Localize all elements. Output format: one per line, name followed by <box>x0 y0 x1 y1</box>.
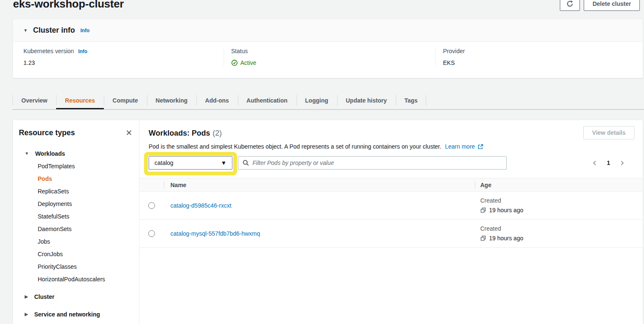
cluster-tabs: Overview Resources Compute Networking Ad… <box>13 91 644 110</box>
age-value-text: 19 hours ago <box>489 207 523 213</box>
status-label: Status <box>231 48 248 54</box>
eks-console-screen: eks-workshop-cluster Delete cluster ▼ Cl… <box>0 0 644 324</box>
sidebar-close-button[interactable] <box>124 128 134 138</box>
row-radio-button[interactable] <box>148 230 155 237</box>
name-column-header: Name <box>164 182 475 188</box>
search-icon <box>242 159 249 166</box>
table-header-row: Name Age <box>139 178 643 192</box>
page-actions: Delete cluster <box>560 0 640 11</box>
resources-card: Resource types ▼ Workloads PodTemplates … <box>13 120 643 324</box>
namespace-filter-value: catalog <box>155 159 173 166</box>
resource-types-sidebar: Resource types ▼ Workloads PodTemplates … <box>13 120 139 324</box>
tab-add-ons[interactable]: Add-ons <box>196 91 238 109</box>
table-row: catalog-mysql-557fdb7bd6-hwxmq Created <box>139 220 643 248</box>
pods-panel: Workloads: Pods (2) View details Pod is … <box>139 120 643 324</box>
sidebar-group-service-networking[interactable]: ▶ Service and networking <box>19 311 134 318</box>
pagination: 1 <box>592 159 625 166</box>
kubernetes-version-info-link[interactable]: Info <box>78 49 88 54</box>
kubernetes-version-value: 1.23 <box>23 59 224 66</box>
copy-button[interactable] <box>480 207 486 213</box>
age-created-label: Created <box>480 225 643 232</box>
workloads-items: PodTemplates Pods ReplicaSets Deployment… <box>19 163 134 283</box>
status-field: Status Active <box>224 48 435 66</box>
close-icon <box>126 129 132 136</box>
sidebar-item-pods[interactable]: Pods <box>38 175 134 182</box>
tab-networking[interactable]: Networking <box>147 91 196 109</box>
tab-logging[interactable]: Logging <box>296 91 337 109</box>
status-active-icon <box>231 59 238 66</box>
tab-update-history[interactable]: Update history <box>337 91 396 109</box>
sidebar-item-priorityclasses[interactable]: PriorityClasses <box>38 263 134 270</box>
sidebar-group-cluster-label: Cluster <box>34 293 54 300</box>
provider-value: EKS <box>443 59 643 66</box>
current-page-number[interactable]: 1 <box>607 159 610 166</box>
provider-field: Provider EKS <box>435 48 643 66</box>
sidebar-item-cronjobs[interactable]: CronJobs <box>38 251 134 257</box>
caret-down-icon: ▼ <box>221 159 227 166</box>
refresh-button[interactable] <box>560 0 580 11</box>
sidebar-group-cluster[interactable]: ▶ Cluster <box>19 293 134 300</box>
pods-panel-title: Workloads: Pods <box>149 129 210 138</box>
sidebar-group-workloads-label: Workloads <box>35 150 65 157</box>
pods-count: (2) <box>213 129 222 138</box>
triangle-right-icon: ▶ <box>25 295 28 299</box>
kubernetes-version-label: Kubernetes version <box>23 48 74 54</box>
learn-more-link[interactable]: Learn more <box>445 143 475 150</box>
sidebar-item-jobs[interactable]: Jobs <box>38 238 134 245</box>
copy-icon <box>480 235 486 241</box>
pod-name-link[interactable]: catalog-mysql-557fdb7bd6-hwxmq <box>170 230 260 237</box>
sidebar-item-podtemplates[interactable]: PodTemplates <box>38 163 134 170</box>
cluster-info-header[interactable]: ▼ Cluster info Info <box>13 19 643 42</box>
filter-row: catalog ▼ <box>149 156 634 170</box>
view-details-button[interactable]: View details <box>583 126 634 139</box>
tab-overview[interactable]: Overview <box>13 91 56 109</box>
triangle-right-icon: ▶ <box>25 312 28 316</box>
namespace-filter-dropdown[interactable]: catalog ▼ <box>149 156 232 170</box>
tab-authentication[interactable]: Authentication <box>238 91 296 109</box>
refresh-icon <box>566 0 574 8</box>
sidebar-item-replicasets[interactable]: ReplicaSets <box>38 188 134 195</box>
age-value-text: 19 hours ago <box>489 235 523 242</box>
age-column-header: Age <box>475 182 643 188</box>
pods-table: Name Age catalog-d5985c46-rxcxt Created <box>139 178 643 248</box>
collapse-triangle-icon: ▼ <box>23 28 28 33</box>
kubernetes-version-field: Kubernetes version Info 1.23 <box>13 48 224 66</box>
sidebar-item-horizontalpodautoscalers[interactable]: HorizontalPodAutoscalers <box>38 276 134 283</box>
provider-label: Provider <box>443 48 465 54</box>
sidebar-item-daemonsets[interactable]: DaemonSets <box>38 226 134 232</box>
row-radio-button[interactable] <box>148 202 155 209</box>
copy-icon <box>480 207 486 213</box>
tab-tags[interactable]: Tags <box>396 91 427 109</box>
pods-description: Pod is the smallest and simplest Kuberne… <box>149 143 634 151</box>
tab-compute[interactable]: Compute <box>104 91 147 109</box>
cluster-info-title: Cluster info <box>33 26 75 35</box>
status-badge: Active <box>240 59 256 66</box>
page-title: eks-workshop-cluster <box>13 0 124 10</box>
cluster-info-card: ▼ Cluster info Info Kubernetes version I… <box>13 19 643 78</box>
age-created-label: Created <box>480 197 643 204</box>
pod-name-link[interactable]: catalog-d5985c46-rxcxt <box>170 202 232 209</box>
table-row: catalog-d5985c46-rxcxt Created <box>139 192 643 220</box>
tab-resources[interactable]: Resources <box>56 91 104 109</box>
cluster-info-info-link[interactable]: Info <box>80 28 90 33</box>
delete-cluster-button[interactable]: Delete cluster <box>584 0 640 11</box>
sidebar-item-deployments[interactable]: Deployments <box>38 201 134 207</box>
cluster-info-body: Kubernetes version Info 1.23 Status <box>13 42 643 66</box>
pods-search-input[interactable] <box>252 159 502 166</box>
external-link-icon <box>478 144 483 151</box>
copy-button[interactable] <box>480 235 486 241</box>
triangle-down-icon: ▼ <box>25 152 29 156</box>
sidebar-group-service-networking-label: Service and networking <box>34 311 100 318</box>
next-page-button[interactable] <box>619 160 625 166</box>
pods-search-box <box>238 156 507 170</box>
sidebar-title: Resource types <box>19 129 75 137</box>
previous-page-button[interactable] <box>592 160 598 166</box>
sidebar-group-workloads[interactable]: ▼ Workloads <box>19 150 134 157</box>
sidebar-item-statefulsets[interactable]: StatefulSets <box>38 213 134 220</box>
